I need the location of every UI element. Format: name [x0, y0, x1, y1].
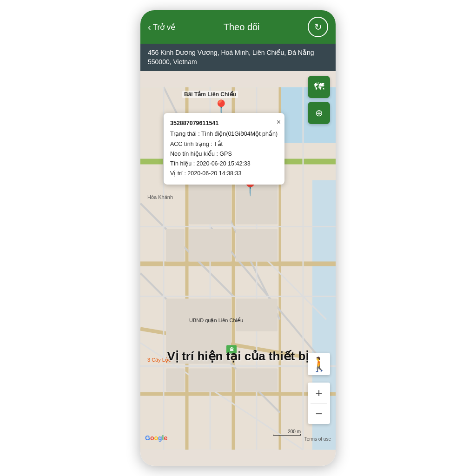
back-chevron-icon: ‹: [148, 22, 151, 33]
pegman-icon: 🚶: [311, 356, 328, 372]
popup-signal: Tín hiệu : 2020-06-20 15:42:33: [170, 159, 278, 169]
info-popup: × 352887079611541 Trạng thái : Tình điện…: [164, 113, 284, 185]
svg-rect-31: [166, 369, 185, 392]
map-type-button[interactable]: 🗺: [308, 76, 330, 98]
address-text: 456 Kinh Dương Vương, Hoà Minh, Liên Chi…: [148, 49, 314, 66]
phone-container: ‹ Trở về Theo dõi ↻ 456 Kinh Dương Vương…: [140, 10, 336, 466]
hoa-khanh-label: Hòa Khánh: [147, 194, 173, 200]
popup-close-button[interactable]: ×: [277, 116, 281, 128]
location-button[interactable]: ⊕: [308, 102, 330, 124]
back-button[interactable]: ‹ Trở về: [148, 22, 175, 33]
scale-text: 200 m: [288, 429, 301, 434]
zoom-in-button[interactable]: +: [308, 383, 330, 403]
map-area[interactable]: 🏛 Bãi Tắm Liên Chiểu 📍 📍 Homestay Lucky …: [140, 71, 336, 466]
popup-signal-type: Neo tín hiệu kiểu : GPS: [170, 149, 278, 159]
device-id: 352887079611541: [170, 119, 278, 128]
popup-acc: ACC tình trạng : Tắt: [170, 139, 278, 149]
svg-rect-30: [236, 299, 278, 331]
svg-rect-33: [236, 369, 278, 392]
3cayloc-label: 3 Cây Lộc: [147, 357, 171, 363]
page-title: Theo dõi: [224, 22, 260, 33]
popup-location: Vị trí : 2020-06-20 14:38:33: [170, 169, 278, 178]
google-logo: Google: [145, 434, 167, 442]
pegman-button[interactable]: 🚶: [308, 353, 330, 375]
svg-rect-27: [236, 229, 278, 262]
address-bar: 456 Kinh Dương Vương, Hoà Minh, Liên Chi…: [140, 44, 336, 71]
svg-rect-28: [166, 229, 185, 262]
zoom-controls: + −: [308, 383, 330, 424]
svg-rect-29: [166, 299, 231, 364]
scale-bar: 200 m: [273, 429, 301, 436]
back-label: Trở về: [153, 22, 176, 32]
svg-rect-26: [189, 229, 231, 262]
svg-text:🏛: 🏛: [230, 347, 234, 352]
scale-line: [273, 434, 301, 436]
terms-of-use[interactable]: Terms of use: [304, 436, 331, 442]
svg-rect-32: [189, 369, 231, 392]
map-button-group: 🗺 ⊕: [308, 76, 330, 124]
refresh-icon: ↻: [314, 21, 322, 33]
refresh-button[interactable]: ↻: [308, 17, 328, 37]
header: ‹ Trở về Theo dõi ↻: [140, 10, 336, 44]
map-type-icon: 🗺: [314, 81, 324, 93]
ubnd-label: UBND quận Liên Chiểu: [189, 317, 243, 324]
place-label: Bãi Tắm Liên Chiểu: [182, 91, 238, 98]
zoom-out-button[interactable]: −: [308, 403, 330, 424]
popup-status: Trạng thái : Tình điện(01Giờ04Một phần): [170, 129, 278, 139]
location-icon: ⊕: [315, 107, 323, 119]
